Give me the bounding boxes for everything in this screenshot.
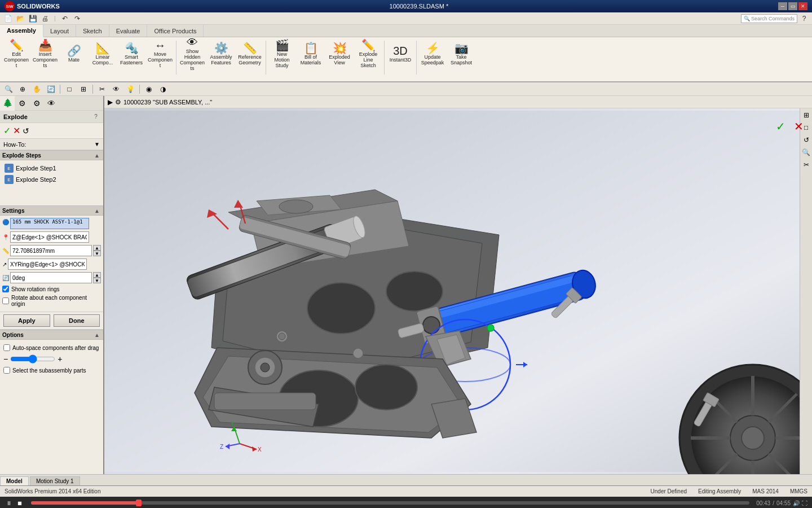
tab-sketch[interactable]: Sketch <box>76 25 109 37</box>
fullscreen-icon[interactable]: ⛶ <box>802 500 807 506</box>
redo-button[interactable]: ↷ <box>72 14 83 24</box>
title-bar: SW SOLIDWORKS 10000239.SLDASM * ─ ▭ ✕ <box>0 0 812 12</box>
reference-geometry-button[interactable]: 📏 Reference Geometry <box>236 38 264 70</box>
new-motion-button[interactable]: 🎬 New Motion Study <box>268 38 296 70</box>
angle-down-button[interactable]: ▼ <box>93 278 101 283</box>
viewport[interactable]: ▶ ⚙ 10000239 "SUB ASSEMBLY, ..." ✓ ✕ <box>104 96 812 474</box>
assembly-features-button[interactable]: ⚙️ Assembly Features <box>207 38 235 70</box>
play-pause-button[interactable]: ⏸ <box>5 499 14 507</box>
stop-button[interactable]: ⏹ <box>15 499 24 507</box>
distance-icon: 📏 <box>2 248 9 254</box>
close-button[interactable]: ✕ <box>798 2 807 10</box>
explode-help-button[interactable]: ? <box>92 113 100 121</box>
instant3d-button[interactable]: 3D Instant3D <box>386 38 414 70</box>
display-style-button[interactable]: □ <box>63 84 76 95</box>
minimize-button[interactable]: ─ <box>778 2 787 10</box>
distance-input[interactable]: 72.70861897mm <box>10 245 92 256</box>
take-snapshot-button[interactable]: 📷 Take Snapshot <box>447 38 475 70</box>
timeline[interactable] <box>31 501 749 505</box>
right-rotate-button[interactable]: ↺ <box>801 134 812 146</box>
settings-collapse[interactable]: ▲ <box>93 207 101 214</box>
auto-space-slider-row: − + <box>3 353 100 365</box>
search-placeholder[interactable]: Search Commands <box>751 16 795 21</box>
right-zoom-button[interactable]: 🔍 <box>801 147 812 158</box>
print-button[interactable]: 🖨 <box>39 14 51 24</box>
smart-fasteners-button[interactable]: 🔩 Smart Fasteners <box>117 38 145 70</box>
zoom-to-fit-button[interactable]: 🔍 <box>2 84 15 95</box>
view-orientation-button[interactable]: ⊞ <box>77 84 90 95</box>
help-button[interactable]: ? <box>798 14 810 24</box>
auto-space-slider[interactable] <box>10 357 55 361</box>
config-tab[interactable]: ⚙ <box>29 96 44 111</box>
action-buttons-row: Apply Done <box>0 312 103 329</box>
show-rotation-rings-checkbox[interactable] <box>2 286 9 292</box>
apply-button[interactable]: Apply <box>3 314 50 327</box>
auto-space-checkbox[interactable] <box>3 344 10 351</box>
explode-line-label: Explode Line Sketch <box>355 52 381 69</box>
update-speedpak-button[interactable]: ⚡ Update Speedpak <box>418 38 447 70</box>
shadows-button[interactable]: ◑ <box>157 84 169 95</box>
new-button[interactable]: 📄 <box>2 14 14 24</box>
tab-evaluate[interactable]: Evaluate <box>109 25 148 37</box>
edit-component-icon: ✏️ <box>10 40 24 51</box>
distance-down-button[interactable]: ▼ <box>93 251 101 256</box>
tab-layout[interactable]: Layout <box>43 25 76 37</box>
angle-up-button[interactable]: ▲ <box>93 272 101 278</box>
axis-input[interactable]: XYRing@Edge<1> @SHOCK <box>8 259 87 270</box>
insert-components-button[interactable]: 📥 Insert Components <box>31 38 59 70</box>
options-collapse[interactable]: ▲ <box>93 331 101 339</box>
restore-button[interactable]: ▭ <box>788 2 797 10</box>
explode-step-2[interactable]: E Explode Step2 <box>2 174 101 185</box>
bill-of-materials-button[interactable]: 📋 Bill of Materials <box>297 38 325 70</box>
smart-fasteners-icon: 🔩 <box>125 42 139 54</box>
linear-component-button[interactable]: 📐 Linear Compo... <box>89 38 117 70</box>
refresh-explode-button[interactable]: ↺ <box>23 126 29 135</box>
angle-input[interactable]: 0deg <box>10 272 92 283</box>
explode-step-1[interactable]: E Explode Step1 <box>2 163 101 174</box>
show-hidden-button[interactable]: 👁 Show Hidden Components <box>178 38 206 70</box>
explode-line-button[interactable]: ✏️ Explode Line Sketch <box>354 38 382 70</box>
display-tab[interactable]: 👁 <box>44 96 59 111</box>
display-options-button[interactable]: 👁 <box>110 84 122 95</box>
search-icon: 🔍 <box>744 16 750 21</box>
tab-office-products[interactable]: Office Products <box>147 25 204 37</box>
realview-button[interactable]: ◉ <box>143 84 155 95</box>
timeline-thumb[interactable] <box>136 500 142 506</box>
ribbon: Assembly Layout Sketch Evaluate Office P… <box>0 25 812 82</box>
lighting-button[interactable]: 💡 <box>124 84 136 95</box>
component-input[interactable]: 165 mm SHOCK ASSY-1-1@1 <box>10 218 89 229</box>
howto-expand-button[interactable]: ▼ <box>94 141 100 147</box>
feature-tree-tab[interactable]: 🌲 <box>0 96 15 111</box>
explode-steps-collapse[interactable]: ▲ <box>93 151 101 159</box>
right-section-button[interactable]: ✂ <box>801 159 812 170</box>
mate-button[interactable]: 🔗 Mate <box>60 38 88 70</box>
move-component-button[interactable]: ↔️ Move Component <box>146 38 174 70</box>
edit-component-button[interactable]: ✏️ Edit Component <box>2 38 30 70</box>
open-button[interactable]: 📂 <box>15 14 26 24</box>
motion-study-tab[interactable]: Motion Study 1 <box>30 476 80 485</box>
exploded-view-button[interactable]: 💥 Exploded View <box>325 38 354 70</box>
save-button[interactable]: 💾 <box>27 14 38 24</box>
model-tab[interactable]: Model <box>0 476 29 485</box>
rotate-about-checkbox[interactable] <box>2 297 9 304</box>
select-subassembly-checkbox[interactable] <box>3 367 10 374</box>
done-button[interactable]: Done <box>54 314 100 327</box>
zoom-in-button[interactable]: ⊕ <box>16 84 29 95</box>
cancel-explode-button[interactable]: ✕ <box>13 125 20 136</box>
property-tab[interactable]: ⚙ <box>15 96 29 111</box>
component-icon: 🔵 <box>2 219 9 225</box>
confirm-explode-button[interactable]: ✓ <box>3 125 11 136</box>
app-edition-status: SolidWorks Premium 2014 x64 Edition <box>5 488 100 494</box>
section-view-button[interactable]: ✂ <box>96 84 108 95</box>
volume-icon[interactable]: 🔊 <box>793 500 800 506</box>
cancel-button[interactable]: ✕ <box>791 119 806 134</box>
distance-up-button[interactable]: ▲ <box>93 245 101 251</box>
confirm-button[interactable]: ✓ <box>773 119 789 134</box>
rotate-button[interactable]: 🔄 <box>45 84 57 95</box>
reference-geom-label: Reference Geometry <box>237 55 263 66</box>
edge-input[interactable]: Z@Edge<1> @SHOCK BRAC <box>10 231 89 243</box>
tab-assembly[interactable]: Assembly <box>0 25 43 37</box>
svg-point-34 <box>355 365 417 410</box>
undo-button[interactable]: ↶ <box>59 14 70 24</box>
pan-button[interactable]: ✋ <box>30 84 43 95</box>
